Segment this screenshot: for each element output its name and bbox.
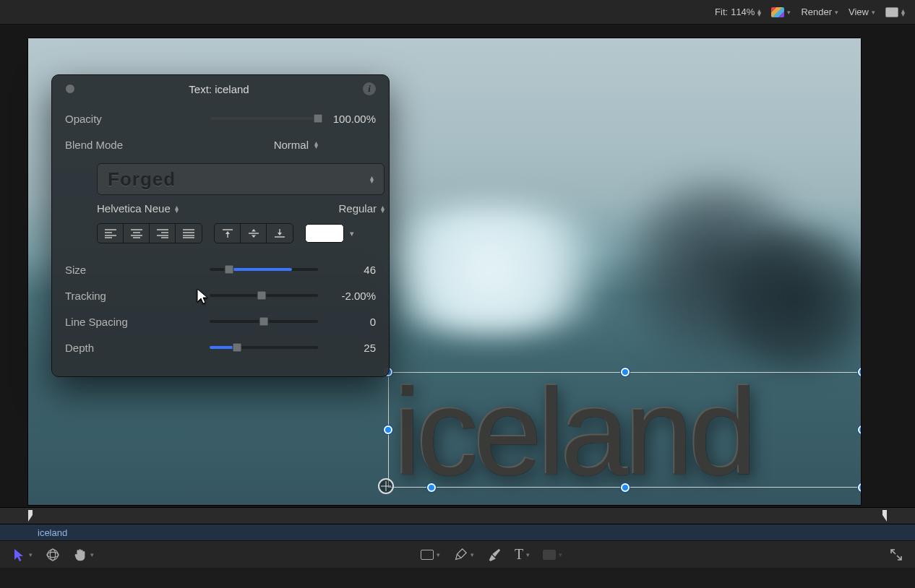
pan-tool[interactable]: ▾ — [73, 548, 94, 562]
svg-point-27 — [46, 548, 60, 562]
chevron-down-icon: ▾ — [526, 551, 530, 558]
align-center-button[interactable] — [124, 224, 150, 243]
resize-handle[interactable] — [427, 483, 436, 492]
updown-icon: ▴▾ — [757, 9, 761, 16]
svg-marker-21 — [252, 235, 256, 238]
line-spacing-label: Line Spacing — [65, 316, 159, 328]
valign-top-button[interactable] — [215, 224, 241, 243]
opacity-label: Opacity — [65, 113, 159, 125]
chevron-down-icon: ▾ — [437, 551, 440, 558]
close-icon[interactable] — [65, 84, 75, 94]
depth-value[interactable]: 25 — [318, 342, 376, 354]
canvas-area: iceland Text: iceland i Opacity — [0, 25, 915, 507]
paint-tool[interactable] — [487, 548, 502, 562]
updown-icon: ▴▾ — [314, 141, 318, 148]
align-right-button[interactable] — [150, 224, 176, 243]
chevron-down-icon: ▾ — [835, 9, 838, 16]
text-tool-icon: T — [515, 546, 523, 563]
pen-tool[interactable]: ▾ — [453, 548, 474, 562]
align-left-button[interactable] — [98, 224, 124, 243]
view-menu[interactable]: View ▾ — [849, 7, 875, 17]
depth-slider[interactable] — [210, 346, 318, 349]
align-justify-button[interactable] — [176, 224, 202, 243]
render-label: Render — [801, 7, 832, 17]
color-channel-menu[interactable]: ▾ — [771, 7, 791, 17]
viewer-layout-icon — [885, 7, 898, 17]
updown-icon: ▴▾ — [901, 9, 905, 16]
depth-label: Depth — [65, 342, 159, 354]
text-tool[interactable]: T ▾ — [515, 546, 530, 563]
fullscreen-toggle[interactable] — [889, 548, 903, 562]
shape-tool[interactable]: ▾ — [421, 550, 440, 560]
horizontal-align-group — [97, 223, 202, 243]
resize-handle[interactable] — [621, 368, 630, 376]
size-value[interactable]: 46 — [318, 264, 376, 276]
tracking-value[interactable]: -2.00% — [318, 290, 376, 302]
tracking-label: Tracking — [65, 290, 159, 302]
text-style-preset[interactable]: Forged ▴▾ — [97, 163, 385, 195]
size-slider[interactable] — [210, 268, 318, 271]
vertical-align-group — [214, 223, 293, 243]
viewer-top-toolbar: Fit: 114% ▴▾ ▾ Render ▾ View ▾ ▴▾ — [0, 0, 915, 25]
chevron-down-icon: ▾ — [559, 551, 562, 558]
chevron-down-icon[interactable]: ▾ — [350, 229, 354, 238]
canvas-bottom-toolbar: ▾ ▾ ▾ ▾ T ▾ ▾ — [0, 540, 915, 568]
font-weight-value: Regular — [338, 202, 377, 215]
tracking-slider[interactable] — [210, 294, 318, 297]
info-icon[interactable]: i — [363, 82, 376, 95]
fit-value: 114% — [731, 7, 755, 17]
svg-point-26 — [50, 548, 55, 560]
color-channel-icon — [771, 7, 784, 17]
blend-mode-menu[interactable]: Normal ▴▾ — [159, 139, 318, 151]
line-spacing-slider[interactable] — [210, 320, 318, 323]
fit-label: Fit: — [715, 7, 728, 17]
font-family-value: Helvetica Neue — [97, 202, 171, 215]
mini-timeline-ruler[interactable] — [0, 507, 915, 524]
valign-middle-button[interactable] — [241, 224, 267, 243]
fit-zoom-control[interactable]: Fit: 114% ▴▾ — [715, 7, 761, 17]
clip-name: iceland — [38, 527, 67, 538]
mask-icon — [543, 550, 556, 560]
chevron-down-icon: ▾ — [29, 551, 33, 558]
svg-marker-20 — [252, 229, 256, 232]
updown-icon: ▴▾ — [381, 205, 385, 212]
size-label: Size — [65, 264, 159, 276]
resize-handle[interactable] — [621, 483, 630, 492]
text-color-well[interactable] — [305, 224, 344, 243]
mask-tool[interactable]: ▾ — [543, 550, 562, 560]
resize-handle[interactable] — [858, 425, 862, 434]
font-weight-menu[interactable]: Regular ▴▾ — [338, 202, 385, 215]
chevron-down-icon: ▾ — [471, 551, 474, 558]
chevron-down-icon: ▾ — [787, 9, 791, 16]
resize-handle[interactable] — [858, 483, 862, 492]
line-spacing-value[interactable]: 0 — [318, 316, 376, 328]
svg-point-25 — [47, 552, 59, 557]
opacity-slider[interactable] — [210, 117, 318, 120]
in-point-marker-icon[interactable] — [27, 509, 36, 525]
style-name: Forged — [108, 168, 176, 191]
view-label: View — [849, 7, 869, 17]
opacity-value: 100.00% — [318, 113, 376, 125]
rectangle-icon — [421, 550, 434, 560]
blend-mode-label: Blend Mode — [65, 139, 159, 151]
chevron-down-icon: ▾ — [90, 551, 94, 558]
out-point-marker-icon[interactable] — [879, 509, 888, 525]
mini-timeline-clip[interactable]: iceland — [0, 524, 915, 540]
valign-bottom-button[interactable] — [267, 224, 293, 243]
viewer-layout-menu[interactable]: ▴▾ — [885, 7, 905, 17]
3d-transform-tool[interactable] — [46, 548, 60, 562]
anchor-point-icon[interactable] — [378, 478, 394, 494]
text-hud-panel: Text: iceland i Opacity 100.00% Blend Mo… — [51, 74, 390, 377]
selection-bounding-box[interactable] — [388, 372, 862, 488]
chevron-down-icon: ▾ — [872, 9, 875, 16]
resize-handle[interactable] — [858, 368, 862, 376]
updown-icon: ▴▾ — [175, 205, 179, 212]
updown-icon: ▴▾ — [370, 176, 374, 183]
resize-handle[interactable] — [384, 425, 392, 434]
select-tool[interactable]: ▾ — [12, 548, 33, 562]
font-family-menu[interactable]: Helvetica Neue ▴▾ — [97, 202, 179, 215]
hud-title: Text: iceland — [75, 83, 363, 95]
render-menu[interactable]: Render ▾ — [801, 7, 838, 17]
blend-mode-value: Normal — [274, 139, 309, 151]
